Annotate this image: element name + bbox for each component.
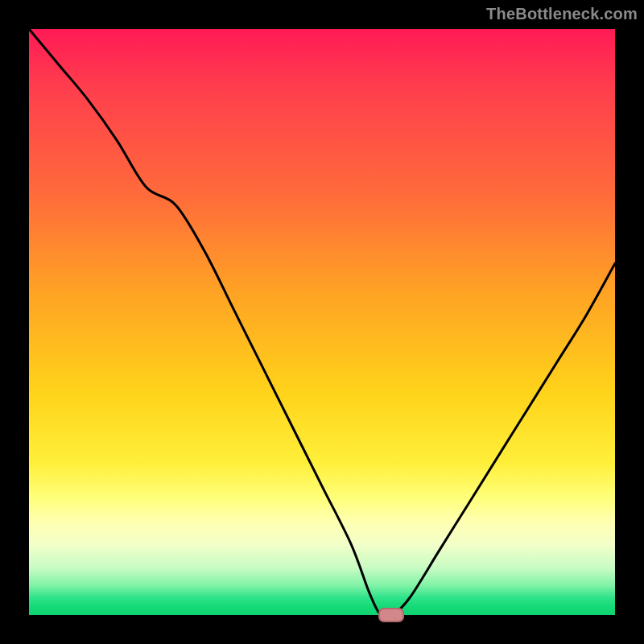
plot-area — [29, 29, 615, 615]
chart-container: TheBottleneck.com — [0, 0, 644, 644]
watermark-text: TheBottleneck.com — [486, 5, 638, 23]
bottleneck-curve — [29, 29, 615, 615]
optimal-point-marker — [378, 608, 404, 622]
